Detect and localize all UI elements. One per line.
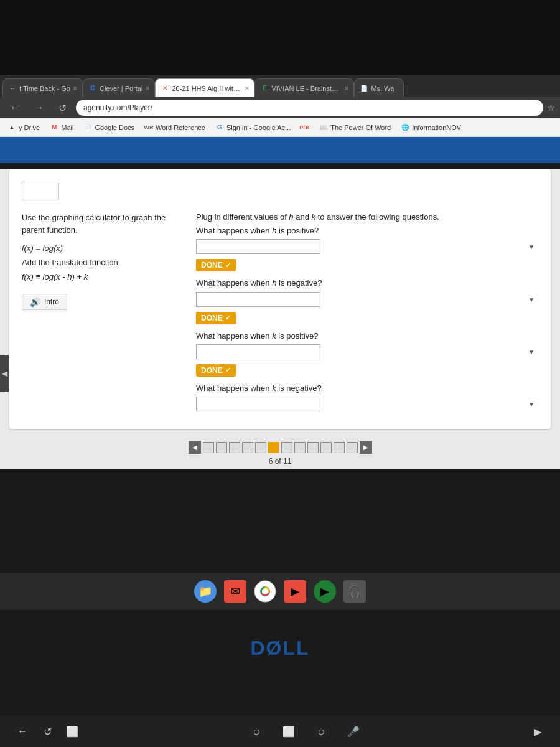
- nav-back-button[interactable]: ←: [5, 98, 25, 118]
- tab-ms-wa[interactable]: 📄 Ms. Wa: [354, 78, 404, 97]
- bookmark-drive-label: y Drive: [19, 124, 40, 131]
- pagination-prev-button[interactable]: ◀: [189, 441, 201, 454]
- page-box-5[interactable]: [255, 442, 266, 453]
- pagination-next-button[interactable]: ▶: [360, 441, 372, 454]
- done1-label: DONE: [201, 261, 223, 270]
- cb-center-controls: ○ ⬜ ○ 🎤: [246, 721, 363, 741]
- page-box-10[interactable]: [320, 442, 332, 453]
- bookmark-word-reference-label: Word Reference: [156, 124, 205, 131]
- bookmark-power-word-label: The Power Of Word: [330, 124, 391, 131]
- nav-refresh-button[interactable]: ↺: [52, 98, 72, 118]
- tab-close-2[interactable]: ×: [145, 84, 149, 93]
- taskbar-video-icon[interactable]: ▶: [284, 580, 306, 603]
- function1-text: f(x) ≡ log(x): [22, 243, 177, 253]
- pdf-icon: PDF: [301, 123, 309, 132]
- bookmark-information[interactable]: 🌐 InformationNOV: [398, 122, 464, 133]
- question4-select[interactable]: Graph shifts down Graph shifts up: [196, 397, 320, 411]
- done-button-3[interactable]: DONE ✓: [196, 364, 236, 377]
- page-box-1[interactable]: [203, 442, 214, 453]
- bookmark-pdf[interactable]: PDF: [298, 122, 312, 133]
- intro-question-text: Plug in different values of h and k to a…: [196, 212, 538, 223]
- right-column: Plug in different values of h and k to a…: [196, 212, 538, 416]
- left-edge-arrow[interactable]: ◀: [0, 355, 9, 392]
- dell-logo: DØLL: [250, 637, 309, 660]
- question3-select[interactable]: Graph shifts up Graph shifts down: [196, 344, 320, 359]
- page-box-9[interactable]: [307, 442, 319, 453]
- tab-favicon-5: 📄: [360, 84, 368, 93]
- page-box-6[interactable]: [268, 442, 279, 453]
- cb-window-button[interactable]: ⬜: [62, 721, 82, 741]
- done2-check-icon: ✓: [225, 314, 231, 322]
- main-content: Use the graphing calculator to graph the…: [0, 169, 560, 469]
- tab-clever[interactable]: C Clever | Portal ×: [83, 78, 156, 97]
- tab-favicon-4: E: [260, 84, 269, 93]
- question1-select[interactable]: Graph shifts right Graph shifts left: [196, 239, 320, 254]
- tab-close-1[interactable]: ×: [73, 84, 77, 93]
- address-input[interactable]: [76, 100, 543, 116]
- bookmark-drive[interactable]: ▲ y Drive: [5, 122, 42, 133]
- mail-icon: M: [50, 123, 58, 132]
- page-box-12[interactable]: [347, 442, 358, 453]
- cb-left-controls: ← ↺ ⬜: [12, 721, 82, 741]
- cb-refresh-button[interactable]: ↺: [37, 721, 57, 741]
- taskbar-other-icon[interactable]: 🎧: [343, 580, 366, 603]
- taskbar-chrome-icon[interactable]: [254, 580, 276, 603]
- cb-arrow-right-button[interactable]: ▶: [528, 721, 548, 741]
- taskbar: 📁 ✉ ▶ ▶ 🎧: [0, 573, 560, 610]
- tab-favicon-1: ←: [8, 84, 17, 93]
- left-column: Use the graphing calculator to graph the…: [22, 212, 177, 416]
- intro-button[interactable]: 🔊 Intro: [22, 294, 67, 310]
- google-docs-icon: 📄: [83, 123, 92, 132]
- page-box-2[interactable]: [216, 442, 227, 453]
- page-box-11[interactable]: [334, 442, 345, 453]
- tab-hhs-alg[interactable]: ✕ 20-21 HHS Alg II with Tr ×: [155, 78, 254, 97]
- done-button-2[interactable]: DONE ✓: [196, 312, 236, 324]
- question2-select[interactable]: Graph shifts left Graph shifts right: [196, 292, 320, 307]
- drive-icon: ▲: [7, 123, 16, 132]
- cb-back-button[interactable]: ←: [12, 721, 32, 741]
- bookmarks-bar: ▲ y Drive M Mail 📄 Google Docs WR Word R…: [0, 118, 560, 137]
- nav-forward-button[interactable]: →: [29, 98, 49, 118]
- done-button-1[interactable]: DONE ✓: [196, 259, 236, 271]
- bookmark-mail-label: Mail: [61, 124, 73, 131]
- cb-search-button[interactable]: ○: [246, 721, 266, 741]
- tab-title-3: 20-21 HHS Alg II with Tr: [172, 85, 242, 92]
- tab-title-1: t Time Back - Go: [19, 85, 70, 92]
- speaker-icon: 🔊: [30, 297, 40, 307]
- power-word-icon: 📖: [319, 123, 328, 132]
- done2-label: DONE: [201, 314, 223, 322]
- question4-text: What happens when k is negative?: [196, 383, 538, 394]
- done3-check-icon: ✓: [225, 366, 231, 374]
- bookmark-mail[interactable]: M Mail: [47, 122, 76, 133]
- page-counter: 6 of 11: [0, 457, 560, 469]
- bookmark-word-reference[interactable]: WR Word Reference: [142, 122, 208, 133]
- question2-text: What happens when h is negative?: [196, 278, 538, 289]
- bookmark-star-icon[interactable]: ☆: [547, 103, 555, 113]
- tab-favicon-3: ✕: [161, 84, 169, 93]
- tab-title-2: Clever | Portal: [100, 85, 143, 92]
- bookmark-power-of-word[interactable]: 📖 The Power Of Word: [317, 122, 393, 133]
- tab-favicon-2: C: [88, 84, 97, 93]
- cb-mic-button[interactable]: 🎤: [343, 721, 363, 741]
- question3-text: What happens when k is positive?: [196, 331, 538, 342]
- tab-title-5: Ms. Wa: [371, 85, 394, 92]
- page-box-8[interactable]: [294, 442, 306, 453]
- page-box-7[interactable]: [281, 442, 292, 453]
- instruction-text: Use the graphing calculator to graph the…: [22, 212, 177, 236]
- page-box-4[interactable]: [242, 442, 253, 453]
- svg-point-2: [262, 588, 268, 594]
- address-bar: ← → ↺ ☆: [0, 97, 560, 118]
- cb-search2-button[interactable]: ○: [311, 721, 331, 741]
- taskbar-play-icon[interactable]: ▶: [314, 580, 336, 603]
- page-box-3[interactable]: [229, 442, 240, 453]
- tab-close-4[interactable]: ×: [344, 84, 348, 93]
- bookmark-google-docs[interactable]: 📄 Google Docs: [81, 122, 137, 133]
- tab-go-back[interactable]: ← t Time Back - Go ×: [2, 78, 83, 97]
- pagination-area: ◀ ▶: [0, 435, 560, 457]
- bookmark-sign-in[interactable]: G Sign in - Google Ac...: [213, 122, 293, 133]
- taskbar-files-icon[interactable]: 📁: [194, 580, 217, 603]
- cb-taskbar-window-button[interactable]: ⬜: [279, 721, 299, 741]
- tab-close-3[interactable]: ×: [245, 84, 249, 93]
- taskbar-mail-icon[interactable]: ✉: [224, 580, 246, 603]
- tab-vivian[interactable]: E VIVIAN LE - Brainstorm ×: [254, 78, 354, 97]
